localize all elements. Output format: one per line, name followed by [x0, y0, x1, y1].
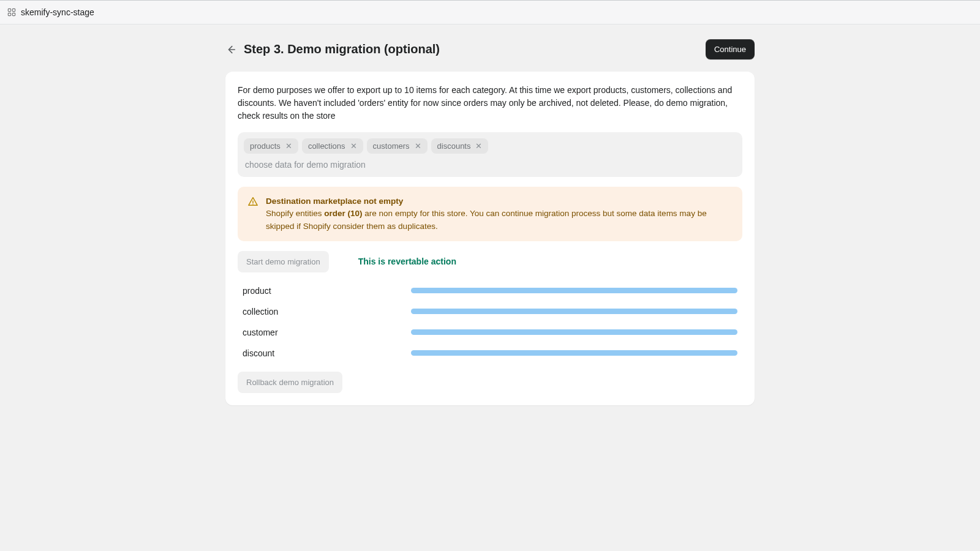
start-demo-migration-button[interactable]: Start demo migration — [238, 251, 329, 272]
warning-body: Shopify entities order (10) are non empt… — [266, 208, 733, 233]
close-icon[interactable]: ✕ — [350, 142, 357, 150]
continue-button[interactable]: Continue — [706, 39, 755, 59]
tag-discounts: discounts ✕ — [431, 138, 489, 154]
svg-rect-2 — [8, 13, 10, 15]
tag-products: products ✕ — [244, 138, 298, 154]
progress-bar-wrap — [411, 329, 737, 335]
progress-label: collection — [243, 307, 411, 317]
svg-rect-1 — [12, 9, 15, 11]
top-bar-title: skemify-sync-stage — [21, 7, 94, 17]
progress-bar-wrap — [411, 288, 737, 293]
progress-label: discount — [243, 348, 411, 358]
intro-text: For demo purposes we offer to export up … — [238, 84, 742, 122]
warning-icon — [247, 196, 258, 233]
warning-prefix: Shopify entities — [266, 209, 324, 218]
progress-row-customer: customer — [243, 328, 737, 337]
action-row: Start demo migration This is revertable … — [238, 251, 742, 272]
progress-bar-wrap — [411, 350, 737, 356]
warning-bold: order (10) — [324, 209, 362, 218]
back-button[interactable] — [225, 44, 236, 55]
tag-selector[interactable]: products ✕ collections ✕ customers ✕ dis… — [238, 132, 742, 177]
tag-label: products — [250, 141, 281, 151]
progress-label: customer — [243, 328, 411, 337]
rollback-row: Rollback demo migration — [238, 372, 742, 393]
progress-list: product collection customer discount — [238, 286, 742, 358]
svg-rect-3 — [12, 13, 15, 15]
tag-label: customers — [373, 141, 410, 151]
page-title: Step 3. Demo migration (optional) — [244, 42, 440, 56]
tag-label: collections — [308, 141, 345, 151]
progress-bar — [411, 309, 737, 314]
revertable-text: This is revertable action — [358, 257, 456, 266]
tag-label: discounts — [437, 141, 471, 151]
page-wrapper: Step 3. Demo migration (optional) Contin… — [225, 24, 755, 420]
main-card: For demo purposes we offer to export up … — [225, 72, 755, 405]
close-icon[interactable]: ✕ — [415, 142, 421, 150]
tag-input-placeholder[interactable]: choose data for demo migration — [244, 159, 736, 171]
top-bar: skemify-sync-stage — [0, 0, 980, 24]
page-header-left: Step 3. Demo migration (optional) — [225, 42, 440, 56]
rollback-demo-migration-button[interactable]: Rollback demo migration — [238, 372, 342, 393]
warning-banner: Destination marketplace not empty Shopif… — [238, 187, 742, 241]
warning-title: Destination marketplace not empty — [266, 195, 733, 208]
warning-content: Destination marketplace not empty Shopif… — [266, 195, 733, 233]
arrow-left-icon — [225, 44, 236, 55]
progress-bar — [411, 329, 737, 335]
app-icon — [7, 8, 16, 17]
tag-row: products ✕ collections ✕ customers ✕ dis… — [244, 138, 736, 154]
close-icon[interactable]: ✕ — [475, 142, 482, 150]
close-icon[interactable]: ✕ — [285, 142, 292, 150]
progress-bar — [411, 288, 737, 293]
tag-collections: collections ✕ — [302, 138, 363, 154]
progress-row-collection: collection — [243, 307, 737, 317]
svg-rect-0 — [8, 9, 10, 11]
tag-customers: customers ✕ — [367, 138, 428, 154]
progress-row-discount: discount — [243, 348, 737, 358]
progress-bar-wrap — [411, 309, 737, 314]
page-header: Step 3. Demo migration (optional) Contin… — [225, 39, 755, 59]
progress-row-product: product — [243, 286, 737, 296]
progress-label: product — [243, 286, 411, 296]
progress-bar — [411, 350, 737, 356]
